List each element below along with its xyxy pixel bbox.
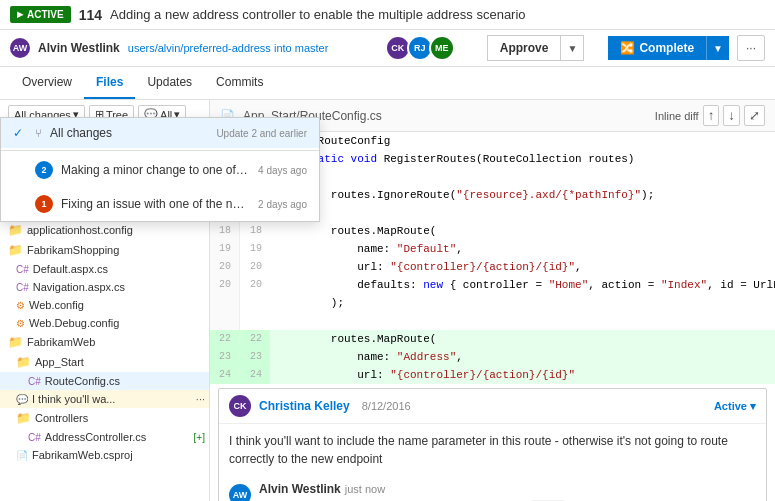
file-tree: 📁 applicationhost.config 📁 FabrikamShopp… [0, 220, 209, 464]
update-badge-2: 2 [35, 161, 53, 179]
cs-file-icon-2: C# [16, 282, 29, 293]
nav-up-button[interactable]: ↑ [703, 105, 720, 126]
cs-icon-addr: C# [28, 432, 41, 443]
tree-item-apphost[interactable]: 📁 applicationhost.config [0, 220, 209, 240]
cs-file-icon: C# [16, 264, 29, 275]
tree-item-label-12: AddressController.cs [45, 431, 147, 443]
dropdown-label-all: All changes [50, 126, 208, 140]
tab-commits[interactable]: Commits [204, 67, 275, 99]
tree-item-label: applicationhost.config [27, 224, 133, 236]
tree-item-label-10: I think you'll wa... [32, 393, 115, 405]
commenter-name[interactable]: Christina Kelley [259, 399, 350, 413]
reply-content-1: Alvin Westlink just now wow, good catch … [259, 482, 756, 501]
commenter-avatar: CK [229, 395, 251, 417]
check-icon: ✓ [13, 126, 27, 140]
tree-item-label-6: Web.Debug.config [29, 317, 119, 329]
reply-author-1: Alvin Westlink [259, 482, 341, 496]
tab-updates[interactable]: Updates [135, 67, 204, 99]
dropdown-item-1[interactable]: ✓ 1 Fixing an issue with one of the new … [1, 187, 210, 221]
dropdown-label-2: Making a minor change to one of t... [61, 163, 210, 177]
reply-row-1: AW Alvin Westlink just now wow, good cat… [219, 476, 766, 501]
approve-split-button: Approve ▼ [487, 35, 585, 61]
changes-dropdown: ✓ ⑂ All changes Update 2 and earlier ✓ 2… [0, 117, 210, 222]
tree-item-label-5: Web.config [29, 299, 84, 311]
approve-button[interactable]: Approve [488, 36, 562, 60]
active-badge: ACTIVE [10, 6, 71, 23]
inline-diff-label: Inline diff [655, 110, 699, 122]
folder-icon-4: 📁 [16, 355, 31, 369]
tree-item-appstart[interactable]: 📁 App_Start [0, 352, 209, 372]
comment-body: I think you'll want to include the name … [219, 424, 766, 476]
nav-down-button[interactable]: ↓ [723, 105, 740, 126]
reply-meta-1: Alvin Westlink just now [259, 482, 756, 496]
code-line-20b: 20 20 defaults: new { controller = "Home… [210, 276, 775, 294]
tree-item-csproj[interactable]: 📄 FabrikamWeb.csproj [0, 446, 209, 464]
folder-icon-5: 📁 [16, 411, 31, 425]
proj-icon: 📄 [16, 450, 28, 461]
active-text: ACTIVE [27, 9, 64, 20]
code-line-22: 22 22 routes.MapRoute( [210, 330, 775, 348]
author-name: Alvin Westlink [38, 41, 120, 55]
tree-item-label-11: Controllers [35, 412, 88, 424]
tab-files[interactable]: Files [84, 67, 135, 99]
top-bar: ACTIVE 114 Adding a new address controll… [0, 0, 775, 30]
reviewer-avatar-3: ME [429, 35, 455, 61]
tree-item-label-9: RouteConfig.cs [45, 375, 120, 387]
dropdown-label-1: Fixing an issue with one of the new ... [61, 197, 210, 211]
tree-item-label-4: Navigation.aspx.cs [33, 281, 125, 293]
tree-item-webconfig[interactable]: ⚙ Web.config [0, 296, 209, 314]
tree-item-fabweb[interactable]: 📁 FabrikamWeb [0, 332, 209, 352]
tree-item-navaspx[interactable]: C# Navigation.aspx.cs [0, 278, 209, 296]
tree-item-addresscontroller[interactable]: C# AddressController.cs [+] [0, 428, 209, 446]
complete-dropdown-button[interactable]: ▼ [707, 36, 729, 60]
code-line-19: 19 19 name: "Default", [210, 240, 775, 258]
tree-item-label-13: FabrikamWeb.csproj [32, 449, 133, 461]
code-line-blank2 [210, 312, 775, 330]
approve-dropdown-button[interactable]: ▼ [561, 36, 583, 60]
expand-button[interactable]: ⤢ [744, 105, 765, 126]
comment-header: CK Christina Kelley 8/12/2016 Active ▾ [219, 389, 766, 424]
folder-icon-3: 📁 [8, 335, 23, 349]
tree-item-webdebug[interactable]: ⚙ Web.Debug.config [0, 314, 209, 332]
tree-item-label-8: App_Start [35, 356, 84, 368]
complete-button[interactable]: 🔀 Complete [608, 36, 707, 60]
more-options-button[interactable]: ··· [737, 35, 765, 61]
tab-overview[interactable]: Overview [10, 67, 84, 99]
complete-split-button: 🔀 Complete ▼ [608, 36, 729, 60]
code-line-24: 24 24 url: "{controller}/{action}/{id}" [210, 366, 775, 384]
config-icon: ⚙ [16, 300, 25, 311]
cs-icon-route: C# [28, 376, 41, 387]
reply-time-1: just now [345, 483, 385, 495]
dropdown-item-all[interactable]: ✓ ⑂ All changes Update 2 and earlier [1, 118, 210, 148]
tabs-bar: Overview Files Updates Commits [0, 67, 775, 100]
config-icon-2: ⚙ [16, 318, 25, 329]
branch-link[interactable]: users/alvin/preferred-address into maste… [128, 42, 329, 54]
code-line-23: 23 23 name: "Address", [210, 348, 775, 366]
tree-item-label-2: FabrikamShopping [27, 244, 119, 256]
active-status[interactable]: Active ▾ [714, 400, 756, 413]
main-content: All changes ▾ ⊞ Tree 💬 All ▾ ✓ ⑂ All cha… [0, 100, 775, 501]
tree-item-label-7: FabrikamWeb [27, 336, 95, 348]
tree-item-fabshopping[interactable]: 📁 FabrikamShopping [0, 240, 209, 260]
tree-item-controllers[interactable]: 📁 Controllers [0, 408, 209, 428]
tree-item-routeconfig[interactable]: C# RouteConfig.cs [0, 372, 209, 390]
code-line-20a: 20 20 url: "{controller}/{action}/{id}", [210, 258, 775, 276]
update-badge-1: 1 [35, 195, 53, 213]
branch-icon: ⑂ [35, 127, 42, 139]
file-menu-icon[interactable]: ··· [196, 393, 205, 405]
reviewer-avatars: CK RJ ME [385, 35, 455, 61]
tree-item-comment-file[interactable]: 💬 I think you'll wa... ··· [0, 390, 209, 408]
author-bar: AW Alvin Westlink users/alvin/preferred-… [0, 30, 775, 67]
pr-title: Adding a new address controller to enabl… [110, 7, 765, 22]
added-badge: [+] [194, 432, 205, 443]
pr-number: 114 [79, 7, 102, 23]
author-avatar: AW [10, 38, 30, 58]
file-panel: All changes ▾ ⊞ Tree 💬 All ▾ ✓ ⑂ All cha… [0, 100, 210, 501]
tree-item-label-3: Default.aspx.cs [33, 263, 108, 275]
comment-section: CK Christina Kelley 8/12/2016 Active ▾ I… [218, 388, 767, 501]
inline-diff-toggle: Inline diff ↑ ↓ ⤢ [655, 105, 765, 126]
comment-time: 8/12/2016 [362, 400, 411, 412]
dropdown-item-2[interactable]: ✓ 2 Making a minor change to one of t...… [1, 153, 210, 187]
folder-icon: 📁 [8, 223, 23, 237]
tree-item-defaultaspx[interactable]: C# Default.aspx.cs [0, 260, 209, 278]
